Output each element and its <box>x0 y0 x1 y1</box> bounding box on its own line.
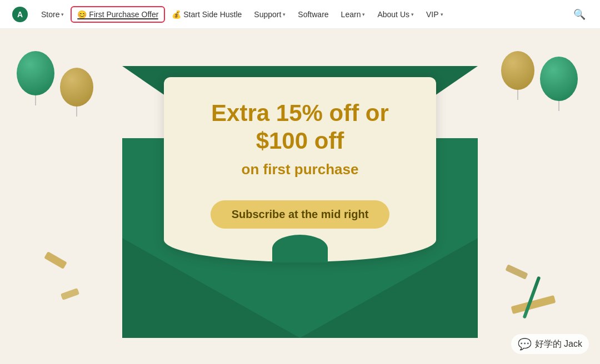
confetti-decor <box>61 288 79 300</box>
nav-items: Store ▾ 😊 First Purchase Offer 💰 Start S… <box>36 6 570 23</box>
confetti-decor <box>44 251 67 269</box>
nav-learn[interactable]: Learn ▾ <box>336 7 371 22</box>
nav-vip[interactable]: VIP ▾ <box>421 7 449 22</box>
watermark: 💬 好学的 Jack <box>511 334 589 354</box>
chevron-down-icon: ▾ <box>61 12 64 17</box>
card-notch <box>272 235 328 262</box>
nav-support[interactable]: Support ▾ <box>248 7 291 22</box>
balloon-gold-icon <box>501 51 534 90</box>
nav-software[interactable]: Software <box>292 7 334 22</box>
confetti-decor <box>505 264 528 280</box>
balloon-gold-icon <box>60 68 93 107</box>
navigation: A Store ▾ 😊 First Purchase Offer 💰 Start… <box>0 0 600 29</box>
chevron-down-icon: ▾ <box>411 12 414 17</box>
svg-text:A: A <box>17 10 23 19</box>
promo-title: Extra 15% off or $100 off <box>186 99 414 155</box>
promo-subtitle: on first purchase <box>186 161 414 178</box>
watermark-text: 好学的 Jack <box>535 338 582 350</box>
search-icon[interactable]: 🔍 <box>570 5 589 24</box>
balloon-green-icon <box>540 57 578 101</box>
nav-store[interactable]: Store ▾ <box>36 7 69 22</box>
chevron-down-icon: ▾ <box>441 12 443 17</box>
envelope: Extra 15% off or $100 off on first purch… <box>122 66 478 338</box>
ribbon-decor <box>523 276 541 318</box>
subscribe-button[interactable]: Subscribe at the mid right <box>211 200 390 229</box>
nav-logo: A <box>11 6 29 23</box>
chevron-down-icon: ▾ <box>283 12 286 17</box>
wechat-icon: 💬 <box>518 337 532 351</box>
balloons-left <box>17 51 93 107</box>
nav-side-hustle[interactable]: 💰 Start Side Hustle <box>166 7 247 22</box>
chevron-down-icon: ▾ <box>362 12 365 17</box>
promo-card: Extra 15% off or $100 off on first purch… <box>164 77 436 262</box>
confetti-decor <box>511 295 556 314</box>
nav-first-purchase[interactable]: 😊 First Purchase Offer <box>71 6 165 23</box>
balloons-right <box>501 51 578 101</box>
nav-about-us[interactable]: About Us ▾ <box>372 7 419 22</box>
balloon-green-icon <box>17 51 54 95</box>
hero-section: Extra 15% off or $100 off on first purch… <box>0 29 600 364</box>
